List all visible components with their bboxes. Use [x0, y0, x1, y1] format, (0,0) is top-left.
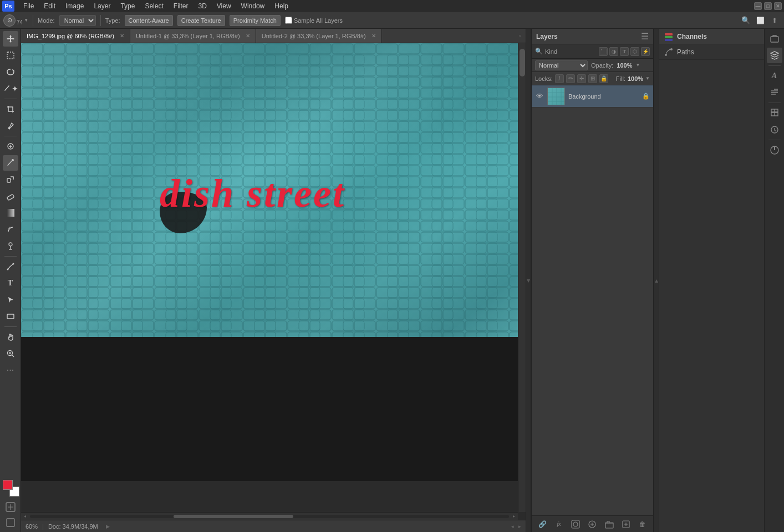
menu-file[interactable]: File [19, 1, 38, 11]
sample-all-checkbox[interactable]: Sample All Layers [285, 17, 343, 24]
menu-layer[interactable]: Layer [89, 1, 115, 11]
wand-tool[interactable]: ✦ [3, 81, 18, 96]
layer-visibility-toggle[interactable]: 👁 [535, 92, 544, 101]
mode-select[interactable]: Normal [59, 15, 96, 26]
zoom-tool[interactable] [3, 346, 18, 361]
delete-layer-btn[interactable]: 🗑 [637, 518, 649, 530]
menu-image[interactable]: Image [61, 1, 88, 11]
h-scrollbar[interactable]: ◂ ▸ [21, 512, 518, 520]
crop-tool[interactable] [3, 101, 18, 117]
gradient-tool[interactable] [3, 205, 18, 221]
menu-window[interactable]: Window [237, 1, 269, 11]
menu-edit[interactable]: Edit [39, 1, 60, 11]
fill-dropdown-btn[interactable]: ▼ [645, 76, 650, 81]
v-scrollbar[interactable] [518, 43, 526, 512]
panel-icon-adjust[interactable] [767, 142, 782, 158]
clone-tool[interactable] [3, 172, 18, 187]
filter-adjust-btn[interactable]: ◑ [609, 47, 618, 56]
maximize-btn[interactable]: □ [764, 2, 772, 10]
new-adjustment-btn[interactable] [586, 518, 598, 530]
right-panel-collapse[interactable]: ◀ [653, 29, 659, 532]
panel-icon-para[interactable] [767, 85, 782, 100]
marquee-tool[interactable] [3, 48, 18, 63]
blur-tool[interactable] [3, 222, 18, 237]
paths-tab[interactable]: Paths [659, 44, 764, 60]
h-scroll-thumb[interactable] [174, 515, 293, 518]
menu-filter[interactable]: Filter [169, 1, 193, 11]
eyedropper-tool[interactable] [3, 118, 18, 134]
layers-panel-menu-btn[interactable]: ☰ [641, 31, 649, 42]
layer-fx-btn[interactable]: fx [553, 518, 565, 530]
status-expand-btn[interactable]: ▶ [106, 524, 110, 529]
opacity-dropdown-btn[interactable]: ▼ [636, 63, 640, 68]
brush-tool[interactable] [3, 155, 18, 171]
proximity-match-btn[interactable]: Proximity Match [230, 15, 281, 26]
menu-view[interactable]: View [212, 1, 236, 11]
h-scroll-left-btn[interactable]: ◂ [21, 513, 29, 520]
panel-icon-char[interactable]: A [767, 68, 782, 84]
create-texture-btn[interactable]: Create Texture [177, 15, 225, 26]
rectangle-tool[interactable] [3, 309, 18, 324]
panel-collapse-handle[interactable]: ▶ [526, 29, 531, 532]
search-btn[interactable]: 🔍 [740, 14, 752, 27]
far-right-icon-strip: A [764, 29, 784, 532]
lock-position-btn[interactable]: ✛ [577, 74, 586, 83]
sample-all-input[interactable] [285, 17, 292, 24]
brush-dropdown-btn[interactable]: ▼ [24, 18, 28, 23]
new-layer-btn[interactable] [620, 518, 632, 530]
lock-transparent-btn[interactable]: / [555, 74, 564, 83]
minimize-btn[interactable]: — [754, 2, 762, 10]
lasso-tool[interactable] [3, 64, 18, 80]
share-btn[interactable]: ⬆ [768, 14, 781, 27]
quick-mask-btn[interactable] [4, 501, 17, 513]
menu-type[interactable]: Type [116, 1, 139, 11]
menu-select[interactable]: Select [140, 1, 167, 11]
tab-untitled1[interactable]: Untitled-1 @ 33,3% (Layer 1, RGB/8#) ✕ [130, 29, 256, 43]
screen-mode-btn[interactable]: ⬜ [754, 14, 766, 27]
tab-close-2[interactable]: ✕ [371, 33, 376, 39]
foreground-swatch[interactable] [3, 480, 13, 490]
screen-mode-btn2[interactable] [4, 516, 17, 529]
filter-type-btn[interactable]: T [620, 47, 629, 56]
nav-next-btn[interactable]: ▸ [518, 524, 521, 529]
menu-3d[interactable]: 3D [194, 1, 211, 11]
new-group-btn[interactable] [603, 518, 615, 530]
layer-row-background[interactable]: 👁 Background 🔒 [532, 85, 653, 108]
move-tool[interactable] [3, 31, 18, 47]
menu-help[interactable]: Help [270, 1, 293, 11]
panel-icon-history[interactable] [767, 122, 782, 137]
panel-icon-layers[interactable] [767, 48, 782, 63]
canvas-container[interactable]: dish street ◂ ▸ [21, 43, 526, 520]
close-btn[interactable]: ✕ [774, 2, 782, 10]
color-swatches[interactable] [2, 479, 19, 497]
add-mask-btn[interactable] [569, 518, 582, 530]
link-layers-btn[interactable]: 🔗 [536, 518, 548, 530]
panel-icon-move[interactable] [767, 31, 782, 47]
blend-mode-select[interactable]: Normal [535, 60, 588, 70]
healing-tool[interactable] [3, 139, 18, 154]
filter-smart-btn[interactable]: ⚡ [641, 47, 650, 56]
more-tools-btn[interactable]: ··· [3, 362, 18, 378]
text-tool[interactable]: T [3, 275, 18, 291]
channels-tab[interactable]: Channels [659, 29, 764, 44]
lock-artboard-btn[interactable]: ⊞ [588, 74, 597, 83]
h-scroll-right-btn[interactable]: ▸ [510, 513, 518, 520]
tab-close-0[interactable]: ✕ [120, 33, 124, 39]
panel-icon-info[interactable] [767, 105, 782, 121]
nav-prev-btn[interactable]: ◂ [511, 524, 514, 529]
lock-all-btn[interactable]: 🔒 [599, 74, 608, 83]
tab-close-1[interactable]: ✕ [246, 33, 250, 39]
lock-pixels-btn[interactable]: ✏ [566, 74, 575, 83]
tab-img1299[interactable]: IMG_1299.jpg @ 60% (RGB/8#) ✕ [21, 29, 130, 43]
eraser-tool[interactable] [3, 188, 18, 204]
hand-tool[interactable] [3, 329, 18, 345]
dodge-tool[interactable] [3, 238, 18, 254]
path-selection-tool[interactable] [3, 292, 18, 308]
filter-shape-btn[interactable]: ⬡ [630, 47, 639, 56]
tabs-collapse[interactable]: » [515, 29, 526, 43]
v-scroll-thumb[interactable] [520, 49, 525, 76]
pen-tool[interactable] [3, 259, 18, 274]
filter-pixel-btn[interactable]: ⬛ [599, 47, 608, 56]
tab-untitled2[interactable]: Untitled-2 @ 33,3% (Layer 1, RGB/8#) ✕ [256, 29, 382, 43]
content-aware-btn[interactable]: Content-Aware [125, 15, 173, 26]
